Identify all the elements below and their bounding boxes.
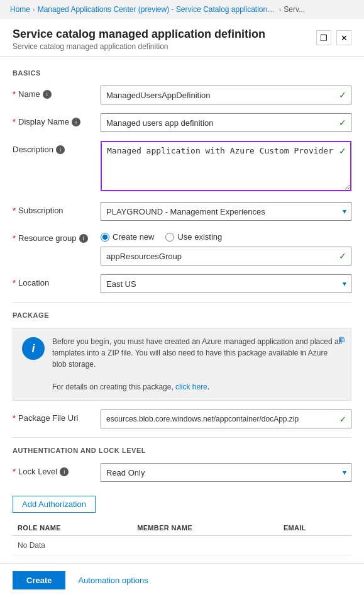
- display-name-check-icon: ✓: [339, 118, 346, 128]
- auth-table: ROLE NAME MEMBER NAME EMAIL No Data: [13, 520, 351, 555]
- resource-group-input[interactable]: [101, 247, 351, 265]
- display-name-input[interactable]: [101, 113, 351, 132]
- breadcrumb-current: Serv...: [284, 5, 305, 14]
- use-existing-radio-option[interactable]: Use existing: [165, 232, 222, 242]
- table-row: No Data: [13, 536, 351, 555]
- subscription-row: * Subscription PLAYGROUND - Management E…: [13, 202, 351, 221]
- col-member-name: MEMBER NAME: [132, 520, 279, 536]
- bottom-bar: Create Automation options: [0, 563, 364, 597]
- no-data-cell: No Data: [13, 536, 351, 555]
- breadcrumb: Home › Managed Applications Center (prev…: [0, 0, 364, 19]
- restore-window-button[interactable]: ❐: [316, 30, 331, 45]
- location-row: * Location East US ▾: [13, 274, 351, 293]
- package-uri-check-icon: ✓: [339, 415, 346, 424]
- auth-section-label: AUTHENTICATION AND LOCK LEVEL: [13, 447, 351, 454]
- package-info-prefix: For details on creating this package,: [52, 382, 175, 391]
- resource-group-info-icon[interactable]: i: [79, 234, 88, 243]
- location-required-star: *: [13, 278, 16, 287]
- lock-level-row: * Lock Level i Read Only ▾: [13, 463, 351, 482]
- display-name-required-star: *: [13, 117, 16, 126]
- main-content: BASICS * Name i ✓ * Display Name i ✓ Des…: [0, 57, 364, 597]
- resource-group-row: * Resource group i Create new Use existi…: [13, 230, 351, 243]
- resource-group-label: * Resource group i: [13, 230, 94, 243]
- create-new-radio-option[interactable]: Create new: [101, 232, 154, 242]
- auth-table-header: ROLE NAME MEMBER NAME EMAIL: [13, 520, 351, 536]
- add-authorization-button[interactable]: Add Authorization: [13, 496, 96, 513]
- description-input-wrap: ✓: [101, 141, 351, 193]
- subscription-label: * Subscription: [13, 202, 94, 215]
- name-required-star: *: [13, 89, 16, 99]
- lock-level-info-icon[interactable]: i: [60, 467, 69, 476]
- breadcrumb-home[interactable]: Home: [10, 5, 30, 14]
- description-textarea[interactable]: [101, 141, 351, 191]
- display-name-input-wrap: ✓: [101, 113, 351, 132]
- display-name-label: * Display Name i: [13, 113, 94, 126]
- name-row: * Name i ✓: [13, 86, 351, 104]
- header-controls: ❐ ✕: [316, 30, 351, 45]
- create-button[interactable]: Create: [13, 571, 65, 589]
- description-info-icon[interactable]: i: [56, 145, 65, 154]
- package-uri-input[interactable]: [101, 410, 351, 428]
- location-dropdown-wrap: East US ▾: [101, 274, 351, 293]
- package-info-text: Before you begin, you must have created …: [52, 336, 342, 393]
- page-subtitle: Service catalog managed application defi…: [13, 42, 265, 51]
- breadcrumb-sep-1: ›: [33, 6, 35, 13]
- display-name-row: * Display Name i ✓: [13, 113, 351, 132]
- package-uri-wrap: ✓: [101, 410, 351, 428]
- subscription-dropdown-wrap: PLAYGROUND - Management Experiences ▾: [101, 202, 351, 221]
- lock-level-select[interactable]: Read Only: [101, 463, 351, 482]
- name-input-wrap: ✓: [101, 86, 351, 104]
- lock-level-label: * Lock Level i: [13, 463, 94, 476]
- name-info-icon[interactable]: i: [43, 90, 52, 99]
- description-check-icon: ✓: [339, 146, 346, 156]
- resource-group-radio-group: Create new Use existing: [101, 230, 351, 242]
- basics-section-label: BASICS: [13, 69, 351, 77]
- external-link-icon[interactable]: ⧉: [339, 335, 345, 345]
- display-name-info-icon[interactable]: i: [72, 118, 80, 126]
- col-role-name: ROLE NAME: [13, 520, 132, 536]
- automation-options-link[interactable]: Automation options: [78, 576, 148, 585]
- resource-group-field-wrap: ✓: [101, 247, 351, 265]
- breadcrumb-managed-apps[interactable]: Managed Applications Center (preview) - …: [38, 5, 277, 14]
- page-title: Service catalog managed application defi…: [13, 28, 265, 41]
- name-label: * Name i: [13, 86, 94, 99]
- name-input[interactable]: [101, 86, 351, 104]
- use-existing-label: Use existing: [177, 232, 222, 242]
- resource-group-field-row: ✓: [13, 247, 351, 265]
- create-new-label: Create new: [113, 232, 154, 242]
- package-info-box: i Before you begin, you must have create…: [13, 328, 351, 401]
- resource-group-radio-wrap: Create new Use existing: [101, 230, 351, 242]
- basics-divider: [13, 302, 351, 303]
- auth-table-body: No Data: [13, 536, 351, 555]
- subscription-required-star: *: [13, 206, 16, 215]
- close-window-button[interactable]: ✕: [336, 30, 351, 45]
- lock-level-required-star: *: [13, 467, 16, 476]
- uri-required-star: *: [13, 413, 16, 423]
- resource-group-check-icon: ✓: [339, 251, 346, 261]
- location-label: * Location: [13, 274, 94, 287]
- lock-level-dropdown-wrap: Read Only ▾: [101, 463, 351, 482]
- subscription-select[interactable]: PLAYGROUND - Management Experiences: [101, 202, 351, 221]
- use-existing-radio[interactable]: [165, 233, 174, 242]
- package-uri-row: * Package File Uri ✓: [13, 410, 351, 428]
- page-header: Service catalog managed application defi…: [0, 19, 364, 57]
- description-label: Description i: [13, 141, 94, 154]
- package-click-here-link[interactable]: click here: [175, 382, 207, 391]
- name-check-icon: ✓: [339, 90, 346, 100]
- breadcrumb-sep-2: ›: [279, 6, 282, 13]
- description-row: Description i ✓: [13, 141, 351, 193]
- package-section-label: PACKAGE: [13, 311, 351, 319]
- package-info-icon: i: [22, 337, 45, 360]
- package-uri-label: * Package File Uri: [13, 410, 94, 423]
- package-info-suffix: .: [207, 382, 209, 391]
- resource-group-required-star: *: [13, 233, 16, 243]
- col-email: EMAIL: [279, 520, 351, 536]
- create-new-radio[interactable]: [101, 233, 109, 242]
- location-select[interactable]: East US: [101, 274, 351, 293]
- auth-divider: [13, 437, 351, 438]
